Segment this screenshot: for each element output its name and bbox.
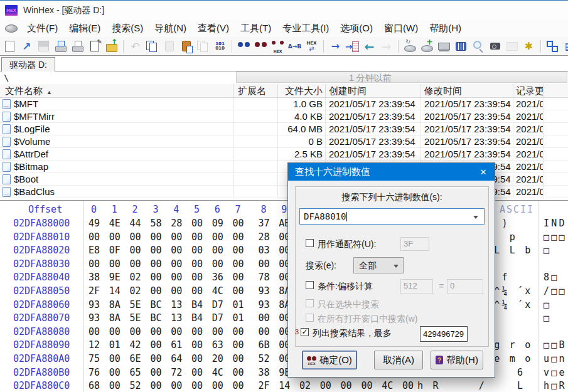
hex-byte: 76: [88, 367, 100, 378]
hex-byte: 00: [171, 245, 182, 256]
hex-byte: 00: [150, 339, 161, 351]
file-ext-cell: [234, 123, 278, 135]
replace-hex-icon[interactable]: [303, 38, 320, 55]
column-header-5[interactable]: 记录更改时间: [513, 84, 544, 97]
hex-byte: 00: [150, 245, 161, 256]
offset-condition-checkbox[interactable]: [306, 281, 314, 289]
hex-byte: 5E: [130, 299, 141, 310]
menu-item-1[interactable]: 编辑(E): [63, 21, 106, 36]
menu-item-9[interactable]: 帮助(H): [424, 21, 467, 36]
move-back-icon[interactable]: [361, 38, 378, 55]
open-ram-icon[interactable]: [436, 38, 453, 55]
file-row[interactable]: $MFTMirr4.0 KB2021/05/17 23:39:542021/05…: [0, 110, 568, 123]
export-folder-icon[interactable]: [103, 38, 120, 55]
tab-drive-d[interactable]: 驱动器 D:: [1, 57, 55, 72]
file-record-time-cell: 2021/05/17 23:39:54: [513, 98, 544, 110]
file-row[interactable]: $LogFile64.0 MB2021/05/17 23:39:542021/0…: [0, 123, 568, 135]
clone-disk-icon[interactable]: [419, 38, 436, 55]
copy-hex-values-icon[interactable]: [212, 38, 228, 55]
list-results-checkbox[interactable]: [301, 328, 309, 336]
column-header-4[interactable]: 修改时间: [421, 84, 513, 97]
hex-second-pane-text: □: [544, 312, 551, 324]
column-header-1[interactable]: 扩展名: [234, 84, 278, 97]
hex-byte: 00: [212, 380, 223, 391]
column-header-3[interactable]: 创建时间: [326, 84, 421, 97]
find-hex-values-icon[interactable]: HEX: [269, 38, 286, 55]
sort-ascending-icon: ▲: [46, 89, 52, 95]
open-disk-icon[interactable]: [402, 38, 419, 55]
hex-byte: 00: [130, 231, 141, 243]
paste-clipboard-icon[interactable]: [178, 38, 195, 55]
wildcard-label: 用作通配符(U):: [318, 239, 376, 250]
column-header-2[interactable]: 文件大小: [278, 84, 326, 97]
options-gear-icon[interactable]: [520, 38, 537, 55]
file-row[interactable]: $MFT1.0 GB2021/05/17 23:39:542021/05/17 …: [0, 98, 568, 110]
menu-item-8[interactable]: 窗口(W): [378, 21, 424, 36]
go-to-offset-icon[interactable]: [327, 38, 344, 55]
file-record-time-cell: 2021/05/17 23:39:54: [513, 135, 544, 147]
hex-byte: 00: [258, 326, 269, 337]
ok-button[interactable]: HEX 确定(O): [302, 351, 357, 369]
go-to-block-icon[interactable]: [344, 38, 361, 55]
offset-remainder-field: 0: [447, 279, 483, 294]
file-row[interactable]: $Volume0 B2021/05/17 23:39:542021/05/17 …: [0, 135, 568, 148]
find-again-icon[interactable]: [252, 38, 269, 55]
byte-column-header: 4: [173, 204, 179, 215]
search-all-windows-label: 在所有打开窗口中搜索(w): [318, 314, 417, 325]
cancel-button[interactable]: 取消(A): [374, 351, 423, 369]
file-name-cell: $LogFile: [0, 123, 234, 135]
dialog-title-bar[interactable]: 查找十六进制数值 ✕: [288, 163, 495, 181]
close-icon[interactable]: ✕: [472, 163, 495, 181]
file-icon: [3, 112, 11, 122]
hex-search-input[interactable]: DFA88010: [299, 208, 485, 225]
hex-byte: 00: [320, 380, 331, 391]
file-row[interactable]: $AttrDef2.5 KB2021/05/17 23:39:542021/05…: [0, 148, 568, 161]
copy-block-icon[interactable]: [144, 38, 161, 55]
help-button[interactable]: ? 帮助(H): [431, 351, 483, 369]
screenshot-camera-icon[interactable]: [486, 38, 503, 55]
column-header-label: 文件大小: [285, 85, 323, 96]
column-header-0[interactable]: 文件名称▲: [0, 84, 234, 97]
wildcard-value-field: 3F: [400, 237, 429, 251]
help-button-label: 帮助(H): [446, 354, 478, 366]
calculator-icon[interactable]: [453, 38, 469, 55]
find-text-icon[interactable]: [235, 38, 252, 55]
max-results-input[interactable]: 429496729: [420, 326, 468, 342]
chevron-down-icon[interactable]: [473, 216, 478, 219]
menu-item-6[interactable]: 专业工具(I): [277, 21, 335, 36]
directory-browser-icon[interactable]: [561, 38, 568, 55]
menu-item-5[interactable]: 工具(T): [235, 21, 277, 36]
menu-item-2[interactable]: 搜索(S): [106, 21, 149, 36]
hex-second-pane-text: /□□: [544, 285, 567, 297]
menu-item-4[interactable]: 查看(V): [192, 21, 235, 36]
print-preview-icon[interactable]: [52, 38, 69, 55]
hex-byte: 00: [88, 258, 100, 270]
menu-item-3[interactable]: 导航(N): [149, 21, 192, 36]
file-name-cell: $MFT: [0, 98, 234, 110]
hex-row[interactable]: 02DFA880C068005200000000002F14020000004C…: [0, 380, 568, 392]
file-modified-cell: 2021/05/17 23:39:54: [421, 135, 513, 147]
view-zoom-icon[interactable]: [469, 38, 486, 55]
hex-second-pane-text: □: [544, 245, 551, 256]
hex-label: HEX: [269, 49, 286, 53]
wildcard-checkbox[interactable]: [306, 239, 314, 247]
replace-text-icon[interactable]: [286, 38, 303, 55]
chevron-down-icon[interactable]: [394, 265, 399, 268]
menu-item-7[interactable]: 选项(O): [335, 21, 378, 36]
scope-value: 全部: [359, 260, 377, 270]
snapshot-time-bar[interactable]: 1 分钟以前: [236, 72, 567, 83]
byte-column-header: 1: [112, 204, 117, 215]
edit-properties-icon[interactable]: [86, 38, 103, 55]
hex-byte: 49: [88, 218, 100, 229]
scope-dropdown[interactable]: 全部: [353, 257, 404, 273]
file-name: $Volume: [14, 136, 50, 147]
help-book-icon: ?: [436, 356, 443, 364]
text-caret: [346, 212, 347, 221]
window-manager-icon[interactable]: [544, 38, 561, 55]
open-folder-icon[interactable]: [18, 38, 35, 55]
print-icon[interactable]: [69, 38, 86, 55]
column-header-label: 文件名称: [5, 85, 43, 96]
new-file-icon[interactable]: [1, 38, 18, 55]
hex-byte: 4E: [109, 218, 121, 229]
menu-item-0[interactable]: 文件(F): [21, 21, 63, 36]
